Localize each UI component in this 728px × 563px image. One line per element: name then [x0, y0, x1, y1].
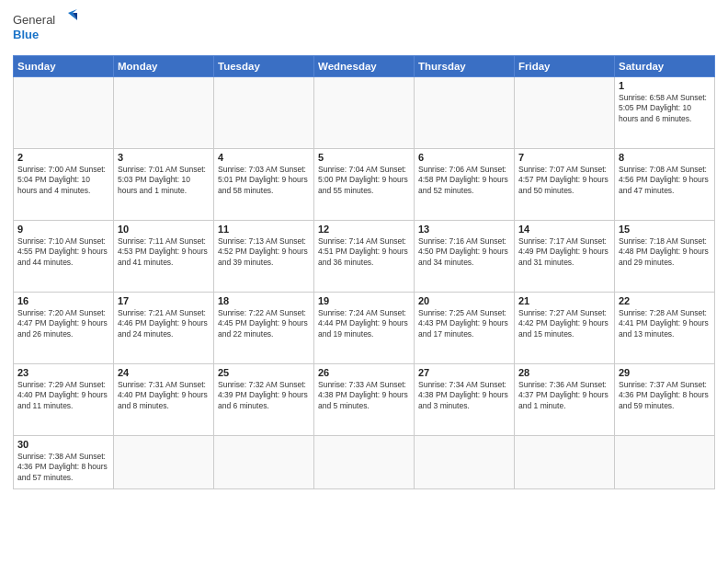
day-number: 28 [518, 367, 610, 378]
day-info: Sunrise: 7:28 AM Sunset: 4:41 PM Dayligh… [619, 308, 711, 339]
calendar-cell [314, 436, 415, 489]
day-info: Sunrise: 7:01 AM Sunset: 5:03 PM Dayligh… [118, 165, 210, 196]
svg-text:Blue: Blue [13, 28, 39, 41]
calendar-week-row: 2Sunrise: 7:00 AM Sunset: 5:04 PM Daylig… [14, 149, 715, 221]
day-number: 11 [218, 224, 310, 235]
day-header-saturday: Saturday [615, 56, 715, 77]
day-number: 18 [218, 295, 310, 306]
day-info: Sunrise: 7:29 AM Sunset: 4:40 PM Dayligh… [17, 380, 109, 411]
day-number: 3 [118, 152, 210, 163]
day-info: Sunrise: 7:27 AM Sunset: 4:42 PM Dayligh… [518, 308, 610, 339]
calendar-header-row: SundayMondayTuesdayWednesdayThursdayFrid… [14, 56, 715, 77]
calendar-cell [114, 436, 214, 489]
day-number: 20 [418, 295, 510, 306]
calendar-cell: 17Sunrise: 7:21 AM Sunset: 4:46 PM Dayli… [114, 293, 214, 364]
header: General Blue [13, 9, 715, 48]
calendar-week-row: 1Sunrise: 6:58 AM Sunset: 5:05 PM Daylig… [14, 77, 715, 149]
day-info: Sunrise: 7:08 AM Sunset: 4:56 PM Dayligh… [619, 165, 711, 196]
day-number: 10 [118, 224, 210, 235]
calendar-cell: 28Sunrise: 7:36 AM Sunset: 4:37 PM Dayli… [515, 364, 615, 436]
day-number: 26 [318, 367, 410, 378]
day-info: Sunrise: 7:10 AM Sunset: 4:55 PM Dayligh… [17, 236, 109, 268]
calendar-week-row: 23Sunrise: 7:29 AM Sunset: 4:40 PM Dayli… [14, 364, 715, 436]
day-info: Sunrise: 7:21 AM Sunset: 4:46 PM Dayligh… [118, 308, 210, 339]
day-number: 27 [418, 367, 510, 378]
calendar-cell: 24Sunrise: 7:31 AM Sunset: 4:40 PM Dayli… [114, 364, 214, 436]
calendar-cell: 25Sunrise: 7:32 AM Sunset: 4:39 PM Dayli… [214, 364, 314, 436]
calendar-cell: 23Sunrise: 7:29 AM Sunset: 4:40 PM Dayli… [14, 364, 114, 436]
day-info: Sunrise: 7:14 AM Sunset: 4:51 PM Dayligh… [318, 236, 410, 268]
calendar-cell: 6Sunrise: 7:06 AM Sunset: 4:58 PM Daylig… [415, 149, 515, 221]
day-number: 9 [17, 224, 109, 235]
calendar-cell: 4Sunrise: 7:03 AM Sunset: 5:01 PM Daylig… [214, 149, 314, 221]
day-info: Sunrise: 7:11 AM Sunset: 4:53 PM Dayligh… [118, 236, 210, 268]
day-number: 15 [619, 224, 711, 235]
day-number: 22 [619, 295, 711, 306]
day-number: 19 [318, 295, 410, 306]
day-info: Sunrise: 7:16 AM Sunset: 4:50 PM Dayligh… [418, 236, 510, 268]
calendar-table: SundayMondayTuesdayWednesdayThursdayFrid… [13, 55, 715, 489]
calendar-cell: 21Sunrise: 7:27 AM Sunset: 4:42 PM Dayli… [515, 293, 615, 364]
calendar-cell: 11Sunrise: 7:13 AM Sunset: 4:52 PM Dayli… [214, 221, 314, 293]
day-number: 7 [518, 152, 610, 163]
calendar-cell: 20Sunrise: 7:25 AM Sunset: 4:43 PM Dayli… [415, 293, 515, 364]
day-header-thursday: Thursday [415, 56, 515, 77]
calendar-week-row: 30Sunrise: 7:38 AM Sunset: 4:36 PM Dayli… [14, 436, 715, 489]
calendar-cell: 19Sunrise: 7:24 AM Sunset: 4:44 PM Dayli… [314, 293, 415, 364]
calendar-cell: 27Sunrise: 7:34 AM Sunset: 4:38 PM Dayli… [415, 364, 515, 436]
day-number: 4 [218, 152, 310, 163]
logo: General Blue [13, 9, 77, 48]
calendar-cell [14, 77, 114, 149]
day-info: Sunrise: 7:33 AM Sunset: 4:38 PM Dayligh… [318, 380, 410, 411]
calendar-cell: 10Sunrise: 7:11 AM Sunset: 4:53 PM Dayli… [114, 221, 214, 293]
day-number: 8 [619, 152, 711, 163]
day-header-tuesday: Tuesday [214, 56, 314, 77]
calendar-cell: 1Sunrise: 6:58 AM Sunset: 5:05 PM Daylig… [615, 77, 715, 149]
calendar-cell: 9Sunrise: 7:10 AM Sunset: 4:55 PM Daylig… [14, 221, 114, 293]
day-info: Sunrise: 7:31 AM Sunset: 4:40 PM Dayligh… [118, 380, 210, 411]
day-number: 2 [17, 152, 109, 163]
day-info: Sunrise: 7:25 AM Sunset: 4:43 PM Dayligh… [418, 308, 510, 339]
day-header-friday: Friday [515, 56, 615, 77]
calendar-cell: 8Sunrise: 7:08 AM Sunset: 4:56 PM Daylig… [615, 149, 715, 221]
day-info: Sunrise: 7:20 AM Sunset: 4:47 PM Dayligh… [17, 308, 109, 339]
day-info: Sunrise: 7:00 AM Sunset: 5:04 PM Dayligh… [17, 165, 109, 196]
day-info: Sunrise: 7:07 AM Sunset: 4:57 PM Dayligh… [518, 165, 610, 196]
day-number: 23 [17, 367, 109, 378]
calendar-cell: 3Sunrise: 7:01 AM Sunset: 5:03 PM Daylig… [114, 149, 214, 221]
calendar-cell [214, 77, 314, 149]
day-info: Sunrise: 7:03 AM Sunset: 5:01 PM Dayligh… [218, 165, 310, 196]
calendar-week-row: 16Sunrise: 7:20 AM Sunset: 4:47 PM Dayli… [14, 293, 715, 364]
day-number: 1 [619, 80, 711, 91]
calendar-cell [114, 77, 214, 149]
day-info: Sunrise: 7:17 AM Sunset: 4:49 PM Dayligh… [518, 236, 610, 268]
day-header-sunday: Sunday [14, 56, 114, 77]
calendar-cell [615, 436, 715, 489]
calendar-cell [214, 436, 314, 489]
day-number: 24 [118, 367, 210, 378]
day-info: Sunrise: 7:34 AM Sunset: 4:38 PM Dayligh… [418, 380, 510, 411]
calendar-cell: 18Sunrise: 7:22 AM Sunset: 4:45 PM Dayli… [214, 293, 314, 364]
day-info: Sunrise: 6:58 AM Sunset: 5:05 PM Dayligh… [619, 93, 711, 124]
calendar-cell [515, 436, 615, 489]
calendar-cell: 13Sunrise: 7:16 AM Sunset: 4:50 PM Dayli… [415, 221, 515, 293]
day-info: Sunrise: 7:38 AM Sunset: 4:36 PM Dayligh… [17, 452, 109, 483]
calendar-week-row: 9Sunrise: 7:10 AM Sunset: 4:55 PM Daylig… [14, 221, 715, 293]
day-number: 16 [17, 295, 109, 306]
day-info: Sunrise: 7:06 AM Sunset: 4:58 PM Dayligh… [418, 165, 510, 196]
day-header-wednesday: Wednesday [314, 56, 415, 77]
calendar-cell: 2Sunrise: 7:00 AM Sunset: 5:04 PM Daylig… [14, 149, 114, 221]
calendar-cell [415, 77, 515, 149]
calendar-cell: 30Sunrise: 7:38 AM Sunset: 4:36 PM Dayli… [14, 436, 114, 489]
day-info: Sunrise: 7:32 AM Sunset: 4:39 PM Dayligh… [218, 380, 310, 411]
day-number: 5 [318, 152, 410, 163]
day-info: Sunrise: 7:04 AM Sunset: 5:00 PM Dayligh… [318, 165, 410, 196]
day-number: 6 [418, 152, 510, 163]
calendar-cell: 22Sunrise: 7:28 AM Sunset: 4:41 PM Dayli… [615, 293, 715, 364]
day-number: 12 [318, 224, 410, 235]
calendar-cell [415, 436, 515, 489]
calendar-cell: 7Sunrise: 7:07 AM Sunset: 4:57 PM Daylig… [515, 149, 615, 221]
day-info: Sunrise: 7:37 AM Sunset: 4:36 PM Dayligh… [619, 380, 711, 411]
calendar-cell: 14Sunrise: 7:17 AM Sunset: 4:49 PM Dayli… [515, 221, 615, 293]
day-info: Sunrise: 7:18 AM Sunset: 4:48 PM Dayligh… [619, 236, 711, 268]
